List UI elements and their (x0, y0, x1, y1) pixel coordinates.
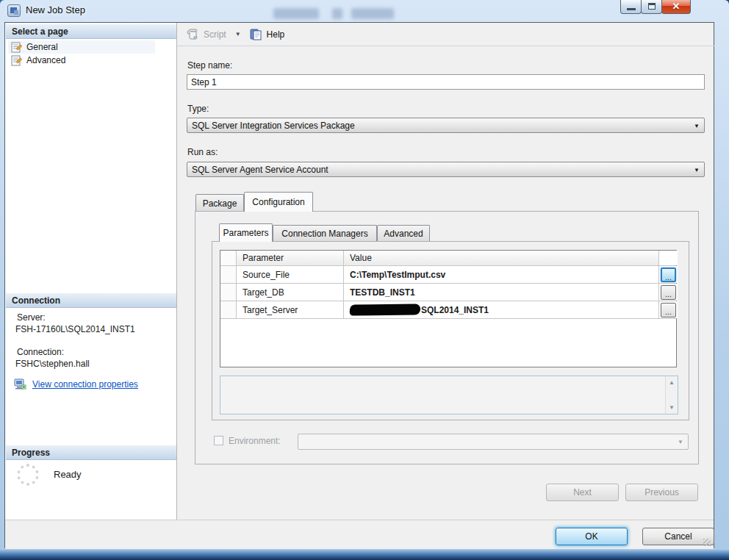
progress-status: Ready (54, 469, 82, 480)
parameter-cell: Source_File (237, 266, 344, 283)
ok-button[interactable]: OK (556, 528, 628, 545)
tab-label: Package (203, 198, 237, 209)
maximize-icon (648, 3, 656, 10)
titlebar[interactable]: New Job Step ✕ (0, 0, 729, 22)
minimize-button[interactable] (620, 0, 642, 14)
tab-label: Connection Managers (281, 229, 367, 239)
chevron-down-icon: ▼ (694, 167, 700, 173)
dialog-icon (7, 4, 21, 17)
type-label: Type: (187, 104, 209, 114)
run-as-label: Run as: (187, 147, 218, 157)
progress-spinner-icon (17, 464, 39, 486)
grid-row-source-file: Source_File C:\Temp\TestImput.csv ... (220, 266, 676, 284)
connection-properties-icon (14, 378, 26, 390)
environment-label: Environment: (229, 436, 281, 446)
connection-label: Connection: (17, 347, 64, 357)
sidebar-item-label: General (26, 42, 58, 52)
tab-package[interactable]: Package (195, 194, 244, 212)
resize-grip[interactable] (703, 539, 711, 546)
tab-connection-managers[interactable]: Connection Managers (273, 225, 377, 242)
minimize-icon (627, 8, 636, 10)
tab-advanced[interactable]: Advanced (377, 225, 430, 242)
tab-configuration[interactable]: Configuration (244, 192, 313, 212)
column-header-value: Value (344, 251, 659, 265)
next-button[interactable]: Next (546, 484, 619, 501)
tab-label: Parameters (223, 228, 268, 238)
column-header-parameter: Parameter (237, 251, 344, 265)
row-selector[interactable] (220, 284, 237, 301)
run-as-combobox[interactable]: SQL Server Agent Service Account ▼ (187, 162, 705, 177)
parameter-cell: Target_Server (237, 301, 344, 318)
page-icon (11, 55, 22, 66)
help-button[interactable]: Help (267, 29, 285, 40)
chevron-down-icon: ▼ (694, 123, 700, 129)
script-button[interactable]: Script (204, 29, 226, 40)
row-selector[interactable] (220, 266, 237, 283)
browse-button[interactable]: ... (661, 285, 676, 300)
view-connection-properties-row: View connection properties (14, 378, 138, 390)
background-window-artifact (273, 8, 319, 19)
value-cell[interactable]: C:\Temp\TestImput.csv (344, 266, 659, 283)
close-icon: ✕ (662, 1, 690, 12)
server-label: Server: (17, 312, 46, 323)
tab-label: Configuration (252, 197, 304, 207)
environment-checkbox[interactable] (214, 436, 223, 445)
background-window-artifact (332, 8, 342, 19)
type-selected-value: SQL Server Integration Services Package (192, 121, 355, 131)
sidebar-item-advanced[interactable]: Advanced (8, 54, 155, 67)
sidebar-item-general[interactable]: General (8, 40, 155, 54)
grid-header-row: Parameter Value (220, 251, 676, 266)
type-combobox[interactable]: SQL Server Integration Services Package … (187, 118, 705, 133)
script-icon (186, 29, 199, 40)
toolbar: Script ▼ Help (177, 23, 715, 46)
script-dropdown-caret-icon[interactable]: ▼ (231, 31, 245, 37)
scroll-up-icon[interactable]: ▲ (666, 376, 678, 389)
select-a-page-header: Select a page (6, 24, 176, 39)
environment-combobox[interactable]: ▼ (298, 434, 689, 450)
view-connection-properties-link[interactable]: View connection properties (32, 379, 138, 390)
main-content: Script ▼ Help Step name: Type: SQL Serve… (177, 23, 715, 520)
run-as-selected-value: SQL Server Agent Service Account (192, 165, 328, 175)
window-title: New Job Step (26, 4, 85, 15)
browse-button[interactable]: ... (661, 268, 676, 282)
row-selector[interactable] (220, 301, 237, 318)
step-name-label: Step name: (187, 60, 232, 71)
grid-row-target-server: Target_Server SQL2014_INST1 ... (220, 301, 676, 319)
left-pane: Select a page General Advance (5, 23, 177, 520)
connection-value: FSHC\stephen.hall (15, 359, 90, 369)
value-cell[interactable]: SQL2014_INST1 (344, 301, 659, 318)
connection-section-header: Connection (6, 293, 176, 308)
close-button[interactable]: ✕ (661, 0, 691, 14)
scroll-down-icon[interactable]: ▼ (666, 401, 678, 414)
sidebar-item-label: Advanced (26, 55, 65, 65)
description-textbox[interactable]: ▲ ▼ (220, 376, 678, 414)
new-job-step-dialog: New Job Step ✕ Select a page (0, 0, 729, 560)
screen: New Job Step ✕ Select a page (0, 0, 729, 560)
background-window-artifact (351, 8, 394, 19)
step-name-input[interactable] (187, 74, 705, 90)
parameters-grid: Parameter Value Source_File C:\Temp\Test… (220, 250, 677, 367)
help-icon (250, 28, 262, 40)
tab-label: Advanced (384, 229, 423, 239)
progress-section-header: Progress (6, 445, 176, 460)
parameters-tab-panel: Parameter Value Source_File C:\Temp\Test… (212, 241, 689, 420)
server-value: FSH-17160L\SQL2014_INST1 (15, 324, 135, 334)
bottom-bar: OK Cancel (5, 520, 714, 549)
maximize-button[interactable] (641, 0, 662, 14)
grid-corner-cell (220, 251, 237, 265)
configuration-tab-panel: Parameters Connection Managers Advanced (195, 211, 699, 464)
grid-row-target-db: Target_DB TESTDB_INST1 ... (220, 284, 676, 301)
value-cell[interactable]: TESTDB_INST1 (344, 284, 659, 301)
previous-button[interactable]: Previous (625, 484, 698, 501)
column-header-browse (659, 251, 678, 265)
page-icon (11, 42, 22, 53)
tab-parameters[interactable]: Parameters (219, 223, 273, 242)
chevron-down-icon: ▼ (678, 439, 683, 445)
parameter-cell: Target_DB (237, 284, 344, 301)
dialog-client-area: Select a page General Advance (4, 22, 714, 548)
redaction-blob (349, 304, 421, 315)
scrollbar[interactable]: ▲ ▼ (665, 376, 678, 414)
value-text: SQL2014_INST1 (421, 305, 489, 315)
browse-button[interactable]: ... (661, 303, 676, 317)
